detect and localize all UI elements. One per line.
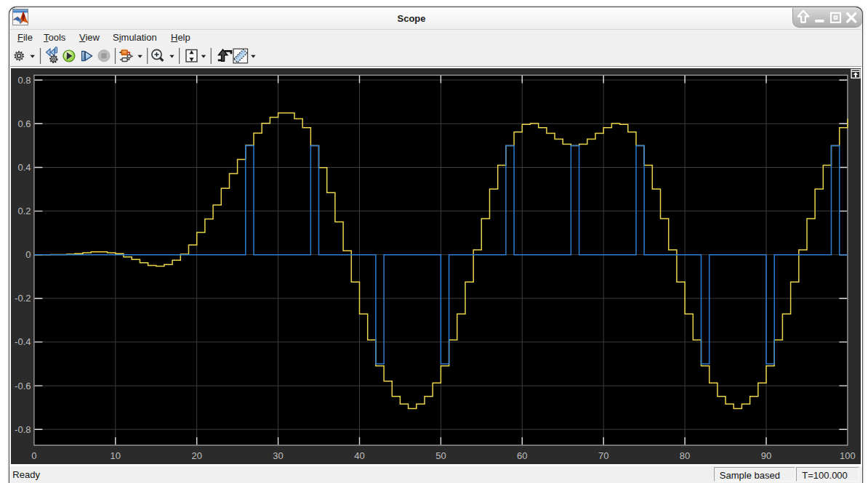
svg-text:10: 10	[110, 450, 121, 461]
svg-text:0: 0	[31, 450, 36, 461]
svg-text:90: 90	[761, 450, 771, 461]
svg-text:0.4: 0.4	[17, 162, 31, 173]
svg-text:0: 0	[25, 249, 31, 260]
svg-text:20: 20	[191, 450, 201, 461]
svg-text:80: 80	[680, 450, 690, 461]
svg-text:-0.2: -0.2	[15, 293, 31, 304]
svg-text:0.8: 0.8	[17, 75, 31, 86]
svg-text:-0.6: -0.6	[15, 381, 31, 391]
svg-text:70: 70	[598, 450, 608, 461]
svg-text:40: 40	[354, 450, 364, 461]
svg-text:60: 60	[517, 450, 527, 461]
svg-text:-0.4: -0.4	[15, 336, 31, 347]
svg-text:50: 50	[435, 450, 446, 461]
svg-text:0.6: 0.6	[17, 118, 31, 129]
svg-text:30: 30	[273, 450, 283, 461]
svg-text:0.2: 0.2	[17, 206, 31, 216]
svg-text:100: 100	[840, 450, 856, 461]
svg-text:-0.8: -0.8	[15, 424, 31, 435]
